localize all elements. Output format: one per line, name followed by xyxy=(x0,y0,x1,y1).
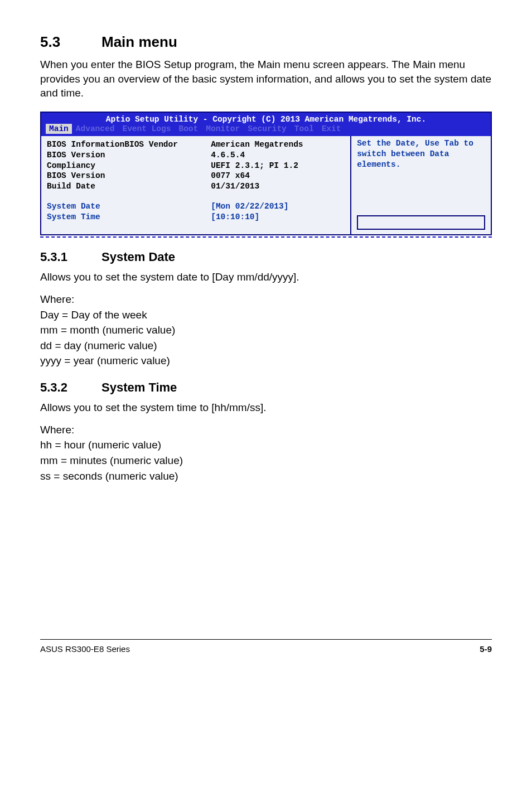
tab-main[interactable]: Main xyxy=(46,124,72,134)
where-label: Where: xyxy=(40,423,492,437)
def-line: yyyy = year (numeric value) xyxy=(40,354,492,368)
intro-paragraph: When you enter the BIOS Setup program, t… xyxy=(40,57,492,100)
subsection-heading: 5.3.2System Time xyxy=(40,380,492,395)
subsection-title: System Date xyxy=(101,250,175,264)
def-line: ss = seconds (numeric value) xyxy=(40,469,492,484)
bios-screenshot: Aptio Setup Utility - Copyright (C) 2013… xyxy=(40,112,492,238)
definition-block: Where: Day = Day of the week mm = month … xyxy=(40,292,492,368)
footer-product: ASUS RS300-E8 Series xyxy=(40,644,130,654)
bios-help-panel: Set the Date, Use Tab to switch between … xyxy=(351,136,491,234)
definition-block: Where: hh = hour (numeric value) mm = mi… xyxy=(40,423,492,484)
row-label: Compliancy xyxy=(47,161,204,171)
tab-event-logs[interactable]: Event Logs xyxy=(118,124,175,134)
tear-line xyxy=(40,236,492,238)
tab-security[interactable]: Security xyxy=(244,124,291,134)
row-value: 4.6.5.4 xyxy=(211,150,347,161)
system-date-value[interactable]: [Mon 02/22/2013] xyxy=(211,201,347,212)
def-line: hh = hour (numeric value) xyxy=(40,438,492,452)
section-number: 5.3 xyxy=(40,33,101,51)
system-time-label[interactable]: System Time xyxy=(47,212,204,223)
row-value: American Megatrends xyxy=(211,139,347,150)
bios-values-col: American Megatrends 4.6.5.4 UEFI 2.3.1; … xyxy=(207,136,351,234)
bios-help-text: Set the Date, Use Tab to switch between … xyxy=(357,138,485,170)
subsection-number: 5.3.2 xyxy=(40,380,101,395)
def-line: dd = day (numeric value) xyxy=(40,339,492,353)
row-value: 01/31/2013 xyxy=(211,181,347,192)
bios-tab-bar: MainAdvancedEvent LogsBootMonitorSecurit… xyxy=(41,125,491,136)
row-label: BIOS Version xyxy=(47,171,204,181)
row-value: UEFI 2.3.1; PI 1.2 xyxy=(211,161,347,171)
row-value: 0077 x64 xyxy=(211,171,347,181)
row-label: Build Date xyxy=(47,181,204,192)
tab-boot[interactable]: Boot xyxy=(175,124,202,134)
page-footer: ASUS RS300-E8 Series 5-9 xyxy=(40,639,492,654)
footer-page-number: 5-9 xyxy=(480,644,492,654)
tab-monitor[interactable]: Monitor xyxy=(202,124,244,134)
where-label: Where: xyxy=(40,292,492,307)
subsection-title: System Time xyxy=(101,380,177,394)
bios-title: Aptio Setup Utility - Copyright (C) 2013… xyxy=(41,113,491,125)
section-heading: 5.3Main menu xyxy=(40,33,492,51)
section-title: Main menu xyxy=(101,33,177,50)
tab-tool[interactable]: Tool xyxy=(291,124,318,134)
subsection-heading: 5.3.1System Date xyxy=(40,250,492,264)
def-line: Day = Day of the week xyxy=(40,308,492,322)
def-line: mm = month (numeric value) xyxy=(40,323,492,337)
tab-advanced[interactable]: Advanced xyxy=(72,124,119,134)
system-time-value[interactable]: [10:10:10] xyxy=(211,212,347,223)
subsection-desc: Allows you to set the system time to [hh… xyxy=(40,400,492,415)
subsection-number: 5.3.1 xyxy=(40,250,101,264)
row-label: BIOS InformationBIOS Vendor xyxy=(47,139,204,150)
row-label: BIOS Version xyxy=(47,150,204,161)
system-date-label[interactable]: System Date xyxy=(47,201,204,212)
bios-help-box xyxy=(357,215,485,230)
subsection-desc: Allows you to set the system date to [Da… xyxy=(40,270,492,284)
tab-exit[interactable]: Exit xyxy=(318,124,345,134)
def-line: mm = minutes (numeric value) xyxy=(40,453,492,468)
bios-labels-col: BIOS InformationBIOS Vendor BIOS Version… xyxy=(41,136,207,234)
